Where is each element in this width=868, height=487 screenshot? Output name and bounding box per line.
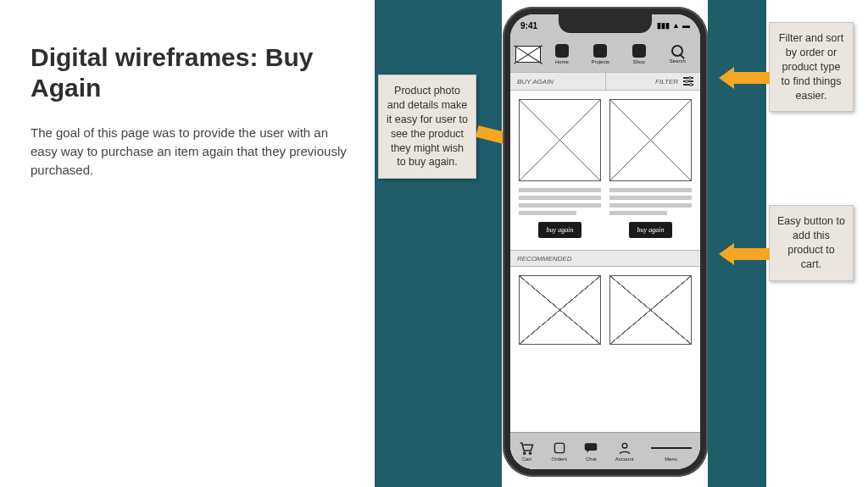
- svg-point-1: [530, 451, 531, 453]
- cart-icon: [519, 441, 534, 455]
- nav-search[interactable]: Search: [660, 45, 696, 64]
- bottom-account[interactable]: Account: [615, 441, 634, 462]
- svg-rect-3: [585, 443, 598, 451]
- section-buy-again[interactable]: BUY AGAIN: [510, 73, 606, 90]
- app-body: Home Projects Shop Search: [510, 36, 700, 469]
- bottom-menu[interactable]: Menu: [651, 441, 692, 462]
- product-image-placeholder[interactable]: [519, 275, 601, 345]
- slide-text-column: Digital wireframes: Buy Again The goal o…: [31, 42, 353, 179]
- wifi-icon: ▲: [672, 21, 680, 30]
- bottom-chat[interactable]: Chat: [584, 441, 598, 462]
- buy-again-button[interactable]: buy again: [538, 222, 582, 238]
- annotation-button: Easy button to add this product to cart.: [769, 205, 854, 281]
- svg-point-4: [622, 443, 627, 448]
- nav-projects[interactable]: Projects: [583, 44, 619, 64]
- bottom-cart[interactable]: Cart: [519, 441, 534, 462]
- section-bar: BUY AGAIN FILTER: [510, 72, 700, 91]
- buy-again-grid: buy again buy again: [510, 91, 700, 246]
- svg-rect-2: [554, 443, 564, 452]
- recommended-label: RECOMMENDED: [517, 255, 571, 263]
- annotation-filter: Filter and sort by order or product type…: [769, 22, 854, 112]
- filter-icon: [683, 77, 693, 86]
- phone-notch: [559, 14, 652, 33]
- logo-placeholder[interactable]: [515, 46, 541, 63]
- product-detail-lines: [519, 188, 601, 215]
- status-indicators: ▮▮▮ ▲ ▬: [657, 21, 690, 30]
- product-image-placeholder: [519, 99, 601, 181]
- product-detail-lines: [609, 188, 692, 215]
- bottom-cart-label: Cart: [519, 457, 534, 462]
- arrow-to-button: [719, 246, 770, 263]
- phone-screen: 9:41 ▮▮▮ ▲ ▬ Home Projects: [510, 14, 700, 469]
- bottom-chat-label: Chat: [584, 457, 598, 462]
- decorative-band-left: [375, 0, 502, 487]
- home-icon: [555, 44, 569, 58]
- nav-projects-label: Projects: [583, 59, 619, 64]
- signal-icon: ▮▮▮: [657, 21, 670, 30]
- bottom-orders-label: Orders: [552, 457, 567, 462]
- status-time: 9:41: [520, 21, 537, 30]
- svg-point-0: [524, 451, 526, 453]
- search-icon: [671, 45, 683, 57]
- nav-home[interactable]: Home: [544, 44, 580, 64]
- orders-icon: [552, 441, 567, 455]
- nav-search-label: Search: [660, 58, 696, 64]
- product-image-placeholder[interactable]: [609, 275, 692, 345]
- nav-shop-label: Shop: [621, 59, 657, 64]
- slide-title: Digital wireframes: Buy Again: [31, 42, 353, 103]
- nav-home-label: Home: [544, 59, 580, 64]
- battery-icon: ▬: [682, 21, 690, 30]
- section-buy-again-label: BUY AGAIN: [517, 78, 554, 86]
- filter-label: FILTER: [655, 78, 678, 86]
- buy-again-button[interactable]: buy again: [629, 222, 673, 238]
- account-icon: [615, 441, 634, 455]
- bottom-orders[interactable]: Orders: [552, 441, 567, 462]
- filter-button[interactable]: FILTER: [606, 73, 701, 90]
- bottom-account-label: Account: [615, 457, 634, 462]
- slide-stage: Digital wireframes: Buy Again The goal o…: [0, 0, 868, 487]
- annotation-product: Product photo and details make it easy f…: [378, 75, 476, 179]
- chat-icon: [584, 441, 598, 455]
- slide-body: The goal of this page was to provide the…: [31, 124, 353, 179]
- recommended-header: RECOMMENDED: [510, 250, 700, 267]
- nav-shop[interactable]: Shop: [621, 44, 657, 64]
- shop-icon: [632, 44, 646, 58]
- recommended-grid: [510, 267, 700, 345]
- product-card[interactable]: buy again: [519, 99, 601, 238]
- top-nav: Home Projects Shop Search: [510, 36, 700, 72]
- hamburger-icon: [651, 441, 692, 455]
- bottom-menu-label: Menu: [651, 457, 692, 462]
- bottom-nav: Cart Orders Chat: [510, 432, 700, 469]
- phone-frame: 9:41 ▮▮▮ ▲ ▬ Home Projects: [503, 7, 708, 477]
- product-image-placeholder: [609, 99, 692, 181]
- projects-icon: [593, 44, 607, 58]
- product-card[interactable]: buy again: [609, 99, 692, 238]
- arrow-to-filter: [719, 69, 770, 86]
